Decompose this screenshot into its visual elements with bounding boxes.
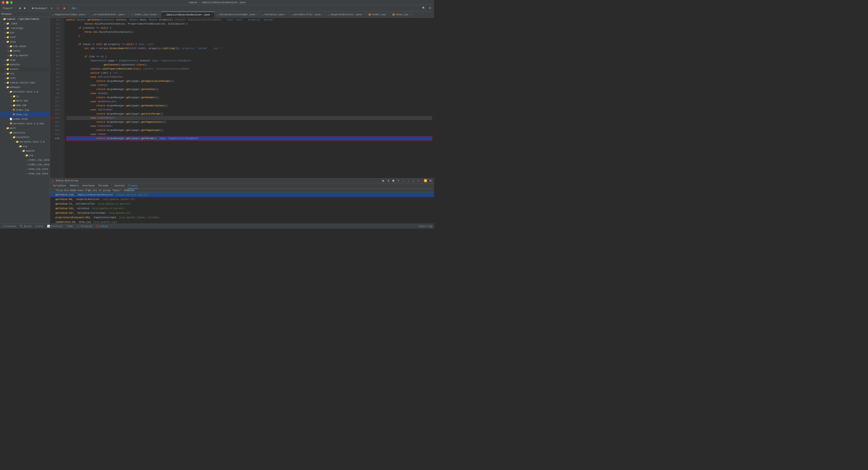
run-to-cursor-btn[interactable]: ⤵ bbox=[411, 178, 415, 183]
terminal-item[interactable]: ⬛ Terminal bbox=[76, 225, 92, 228]
tree-comluban[interactable]: ▶ 📁 com.luban bbox=[0, 44, 50, 49]
navigate-forward-btn[interactable]: ▶ bbox=[23, 6, 27, 10]
step-out-btn[interactable]: ↑ bbox=[406, 178, 411, 183]
tab-close-icon[interactable]: × bbox=[321, 13, 323, 16]
tab-close-icon[interactable]: × bbox=[363, 13, 364, 16]
debug-overhead-tab[interactable]: Overhead bbox=[82, 183, 95, 188]
tab-jasperelresolver[interactable]: ☕ JasperELResolver.java × bbox=[325, 11, 366, 18]
settings-btn[interactable]: ⚙ bbox=[428, 6, 433, 10]
tree-metainf[interactable]: ▶ 📁 META-INF bbox=[0, 99, 50, 103]
tree-war[interactable]: ▶ 📦 servelet-test-1.0.war bbox=[0, 121, 50, 126]
tab-showjsp[interactable]: 🅙 show.jsp × bbox=[390, 11, 413, 18]
tree-showjspjava2[interactable]: ☕ show_jsp.java bbox=[0, 171, 50, 176]
tab-valueexpressionimpl[interactable]: ☕ ValueExpressionImpl.java × bbox=[214, 11, 260, 18]
tree-root[interactable]: ▾ 📁 tomcat ~/gitlab/tomcat bbox=[0, 17, 50, 21]
filter-btn[interactable]: 🔽 bbox=[423, 178, 428, 183]
tree-orgapache[interactable]: ▶ 📁 org.apache bbox=[0, 53, 50, 58]
eventlog-item[interactable]: Event Log bbox=[419, 225, 432, 228]
tree-javax[interactable]: ▶ 📁 javax bbox=[0, 49, 50, 53]
tree-indexjspjava2[interactable]: ☕ index_jsp.java bbox=[0, 162, 50, 167]
stop-btn[interactable]: ⏹ bbox=[62, 6, 67, 10]
tree-indexhtml[interactable]: ▶ 📄 index.html bbox=[0, 117, 50, 121]
todo-item[interactable]: TODO bbox=[67, 225, 73, 228]
debug-btn[interactable]: 🐞 bbox=[55, 6, 61, 10]
problems-item[interactable]: ⚠ Problems bbox=[2, 225, 16, 228]
tree-indexjspjava[interactable]: ☕ index_jsp.java bbox=[0, 158, 50, 162]
tree-servelet-test2[interactable]: ▾ 📁 servelet-test-1.0 bbox=[0, 140, 50, 144]
tree-java[interactable]: ▾ 📁 java bbox=[0, 39, 50, 44]
tab-astvalue[interactable]: ☕ AstValue.java × bbox=[260, 11, 289, 18]
git-item[interactable]: ⎇ Git bbox=[35, 225, 43, 228]
search-everywhere-btn[interactable]: 🔍 bbox=[421, 6, 427, 10]
build-item[interactable]: 🔨 Build bbox=[20, 225, 31, 228]
tree-work[interactable]: ▾ 📁 work bbox=[0, 126, 50, 130]
tree-apache2[interactable]: ▾ 📁 apache bbox=[0, 149, 50, 153]
window-controls[interactable] bbox=[2, 1, 13, 4]
pause-btn[interactable]: ⏸ bbox=[386, 178, 391, 183]
debug-memory-tab[interactable]: Memory bbox=[69, 183, 80, 188]
tree-showjspjava[interactable]: ☕ show_jsp.java bbox=[0, 167, 50, 171]
maximize-btn[interactable] bbox=[10, 1, 13, 4]
tree-showjsp[interactable]: ▶ 🅙 show.jsp bbox=[0, 112, 50, 117]
tab-close-icon[interactable]: × bbox=[256, 13, 257, 16]
debug-frames-tab[interactable]: Frames bbox=[127, 183, 138, 188]
tab-close-icon[interactable]: × bbox=[409, 13, 410, 16]
settings-debug-btn[interactable]: ⚙ bbox=[428, 178, 433, 183]
tab-close-icon[interactable]: × bbox=[86, 13, 87, 16]
profiler-item[interactable]: 📊 Profiler bbox=[47, 225, 63, 228]
tab-indexjsp[interactable]: 🅙 index.jsp × bbox=[366, 11, 390, 18]
tree-test[interactable]: ▶ 📁 test bbox=[0, 76, 50, 81]
tree-webapps[interactable]: ▾ 📁 webapps bbox=[0, 85, 50, 90]
resume-btn[interactable]: ▶ bbox=[381, 178, 385, 183]
tab-close-icon[interactable]: × bbox=[211, 13, 212, 16]
tree-webinf[interactable]: ▶ 📁 WEB-INF bbox=[0, 103, 50, 108]
close-btn[interactable] bbox=[2, 1, 4, 4]
tree-tomcatbuild[interactable]: ▶ 📁 tomcat-build-libs bbox=[0, 81, 50, 85]
tab-arrayelresolver[interactable]: ☕ ArrayELResolver.java × bbox=[90, 11, 129, 18]
tree-servelet-test[interactable]: ▾ 📁 servelet-test-1.0 bbox=[0, 90, 50, 94]
debug-variables-tab[interactable]: Variables bbox=[52, 183, 67, 188]
frame-3[interactable]: getValue:161, AstValue (org.apache.el.pa… bbox=[50, 206, 434, 211]
run-config-btn[interactable]: ▶ Bootstrap ▾ bbox=[31, 6, 49, 10]
frame-5[interactable]: proprietaryEvaluate:952, PageContextImpl… bbox=[50, 215, 434, 220]
git-btn[interactable]: Git: ✓ bbox=[70, 6, 80, 10]
tree-indexjsp[interactable]: ▶ 🅙 index.jsp bbox=[0, 108, 50, 112]
project-menu-btn[interactable]: Project ▾ bbox=[1, 6, 14, 10]
evaluate-btn[interactable]: = bbox=[416, 178, 421, 183]
tab-indexjspclass[interactable]: ⬡ index_jsp.class × bbox=[129, 11, 161, 18]
code-content[interactable]: public Object getValue(ELContext context… bbox=[64, 18, 434, 178]
tree-modules[interactable]: ▶ 📁 modules bbox=[0, 62, 50, 67]
stop-debug-btn[interactable]: ⏹ bbox=[391, 178, 396, 183]
tree-res[interactable]: ▶ 📁 res bbox=[0, 71, 50, 76]
frame-4[interactable]: getValue:187, ValueExpressionImpl (org.a… bbox=[50, 211, 434, 215]
tree-js[interactable]: ▶ 📁 js bbox=[0, 94, 50, 99]
navigate-back-btn[interactable]: ◀ bbox=[17, 6, 22, 10]
frame-6[interactable]: jspService:10, show_jsp (org.apache.jsp) bbox=[50, 220, 434, 224]
tree-jsp2[interactable]: ▾ 📁 jsp bbox=[0, 153, 50, 158]
tree-output[interactable]: ▶ 📁 output bbox=[0, 67, 50, 71]
tree-org[interactable]: ▾ 📁 org bbox=[0, 144, 50, 149]
tree-catalina[interactable]: ▾ 📁 Catalina bbox=[0, 130, 50, 135]
tab-close-icon[interactable]: × bbox=[386, 13, 388, 16]
tree-conf[interactable]: ▶ 📁 conf bbox=[0, 35, 50, 39]
tree-settings[interactable]: ▶ 📁 .settings bbox=[0, 26, 50, 30]
debug-item[interactable]: 🐞 Debug bbox=[96, 225, 107, 228]
tree-idea[interactable]: ▶ 📁 .idea bbox=[0, 21, 50, 26]
tree-bin[interactable]: ▶ 📁 bin bbox=[0, 30, 50, 35]
frame-2[interactable]: getValue:71, AstIdentifier (org.apache.e… bbox=[50, 202, 434, 206]
tab-close-icon[interactable]: × bbox=[158, 13, 159, 16]
run-btn[interactable]: ▶ bbox=[50, 6, 54, 10]
tab-astidentifier[interactable]: ☕ AstIdentifier.java × bbox=[289, 11, 325, 18]
debug-console-tab[interactable]: Console bbox=[113, 183, 126, 188]
minimize-btn[interactable] bbox=[6, 1, 9, 4]
tab-close-icon[interactable]: × bbox=[125, 13, 126, 16]
tab-pagecontextimpl[interactable]: ☕ PageContextImpl.java × bbox=[50, 11, 90, 18]
tree-localhost[interactable]: ▾ 📁 localhost bbox=[0, 135, 50, 140]
tab-implicitobjresolver[interactable]: ☕ ImplicitObjectELResolver.java × bbox=[161, 11, 214, 18]
frame-1[interactable]: getValue:90, JasperELResolver (org.apach… bbox=[50, 197, 434, 202]
frame-0[interactable]: → getValue:110, ImplicitObjectELResolver… bbox=[50, 193, 434, 197]
step-into-btn[interactable]: ↓ bbox=[401, 178, 406, 183]
tree-logs[interactable]: ▶ 📁 logs bbox=[0, 58, 50, 62]
tab-close-icon[interactable]: × bbox=[285, 13, 286, 16]
debug-threads-tab[interactable]: Threads bbox=[97, 183, 110, 188]
